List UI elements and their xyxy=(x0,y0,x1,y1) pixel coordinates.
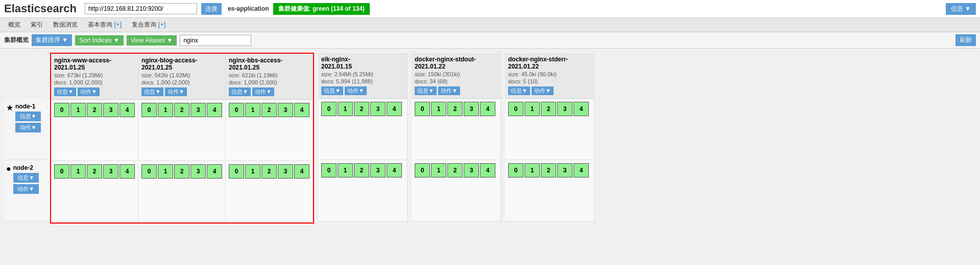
shard-cell[interactable]: 1 xyxy=(158,103,173,117)
shard-cell[interactable]: 0 xyxy=(54,103,69,117)
docker-stderr-action-btn[interactable]: 动作▼ xyxy=(532,86,554,95)
shard-cell[interactable]: 4 xyxy=(573,102,589,116)
shard-cell[interactable]: 3 xyxy=(464,102,479,116)
sort-indices-button[interactable]: Sort Indices ▼ xyxy=(75,35,124,46)
url-input[interactable] xyxy=(85,3,197,14)
shard-cell[interactable]: 0 xyxy=(141,164,157,179)
tab-data-browse[interactable]: 数据浏览 xyxy=(49,19,82,30)
shard-cell[interactable]: 2 xyxy=(87,164,102,179)
top-info-button[interactable]: 信息 ▼ xyxy=(946,3,976,15)
shard-cell[interactable]: 3 xyxy=(278,164,293,179)
shard-cell[interactable]: 0 xyxy=(508,102,523,116)
shard-cell[interactable]: 2 xyxy=(354,163,369,178)
shard-cell[interactable]: 4 xyxy=(480,163,495,178)
shard-cell[interactable]: 3 xyxy=(103,103,118,117)
elk-nginx-action-btn[interactable]: 动作▼ xyxy=(345,86,367,95)
shard-cell[interactable]: 1 xyxy=(70,164,86,179)
docker-stderr-info-btn[interactable]: 信息▼ xyxy=(508,86,530,95)
shard-cell[interactable]: 2 xyxy=(174,103,189,117)
shard-cell[interactable]: 4 xyxy=(119,103,135,117)
nginx-bbs-action-btn[interactable]: 动作▼ xyxy=(252,87,274,96)
node-2-action-button[interactable]: 动作▼ xyxy=(13,184,39,194)
tab-basic-query[interactable]: 基本查询 [+] xyxy=(84,19,126,30)
connect-button[interactable]: 连接 xyxy=(201,3,222,15)
node-1-info: node-1 信息▼ 动作▼ xyxy=(15,103,41,132)
tab-index[interactable]: 索引 xyxy=(27,19,47,30)
index-elk-nginx-btns: 信息▼ 动作▼ xyxy=(321,86,404,95)
shard-cell[interactable]: 2 xyxy=(174,164,189,179)
elk-nginx-node1-shards: 0 1 2 3 4 xyxy=(318,99,407,160)
shard-cell[interactable]: 0 xyxy=(321,163,337,178)
health-badge: 集群健康值: green (134 of 134) xyxy=(273,3,370,15)
node-1-action-button[interactable]: 动作▼ xyxy=(15,123,41,132)
nginx-www-action-btn[interactable]: 动作▼ xyxy=(78,87,100,96)
shard-cell[interactable]: 0 xyxy=(415,163,430,178)
shard-cell[interactable]: 3 xyxy=(190,164,206,179)
view-aliases-button[interactable]: View Aliases ▼ xyxy=(127,35,177,46)
shard-cell[interactable]: 4 xyxy=(207,164,222,179)
shard-cell[interactable]: 1 xyxy=(431,102,446,116)
docker-stdout-action-btn[interactable]: 动作▼ xyxy=(438,86,460,95)
shard-cell[interactable]: 1 xyxy=(338,102,353,116)
shard-cell[interactable]: 0 xyxy=(229,103,244,117)
index-nginx-blog-size: size: 542ki (1.02Mi) xyxy=(141,72,222,78)
shard-cell[interactable]: 1 xyxy=(245,103,260,117)
index-docker-stderr: docker-nginx-stderr-2021.01.22 size: 45.… xyxy=(505,53,594,224)
shard-cell[interactable]: 1 xyxy=(524,102,540,116)
shard-cell[interactable]: 4 xyxy=(294,164,309,179)
docker-stdout-info-btn[interactable]: 信息▼ xyxy=(415,86,437,95)
shard-cell[interactable]: 0 xyxy=(54,164,69,179)
nginx-blog-action-btn[interactable]: 动作▼ xyxy=(165,87,187,96)
shard-cell[interactable]: 0 xyxy=(415,102,430,116)
shard-cell[interactable]: 4 xyxy=(480,102,495,116)
basic-query-plus: [+] xyxy=(114,21,122,28)
refresh-button[interactable]: 刷新 xyxy=(955,34,976,46)
shard-cell[interactable]: 2 xyxy=(541,163,556,178)
nginx-www-info-btn[interactable]: 信息▼ xyxy=(54,87,76,96)
shard-cell[interactable]: 3 xyxy=(557,163,572,178)
shard-cell[interactable]: 0 xyxy=(141,103,157,117)
shard-cell[interactable]: 3 xyxy=(278,103,293,117)
shard-cell[interactable]: 3 xyxy=(464,163,479,178)
shard-cell[interactable]: 4 xyxy=(294,103,309,117)
shard-cell[interactable]: 2 xyxy=(447,102,463,116)
shard-cell[interactable]: 4 xyxy=(387,163,402,178)
search-input[interactable] xyxy=(180,35,251,46)
tab-overview[interactable]: 概览 xyxy=(4,19,25,30)
shard-cell[interactable]: 0 xyxy=(321,102,337,116)
shard-cell[interactable]: 1 xyxy=(524,163,540,178)
nginx-bbs-info-btn[interactable]: 信息▼ xyxy=(229,87,251,96)
shard-cell[interactable]: 3 xyxy=(370,102,386,116)
shard-cell[interactable]: 3 xyxy=(370,163,386,178)
main-content: ★ node-1 信息▼ 动作▼ ● node-2 信息▼ 动作▼ nginx-… xyxy=(0,49,980,228)
shard-cell[interactable]: 2 xyxy=(261,103,277,117)
shard-cell[interactable]: 1 xyxy=(431,163,446,178)
index-nginx-bbs-size: size: 621ki (1.19Mi) xyxy=(229,72,309,78)
shard-cell[interactable]: 0 xyxy=(508,163,523,178)
shard-cell[interactable]: 2 xyxy=(541,102,556,116)
tab-complex-query[interactable]: 复合查询 [+] xyxy=(128,19,170,30)
shard-cell[interactable]: 2 xyxy=(354,102,369,116)
node-row-2: ● node-2 信息▼ 动作▼ xyxy=(4,160,50,222)
shard-cell[interactable]: 1 xyxy=(338,163,353,178)
node-1-info-button[interactable]: 信息▼ xyxy=(15,112,41,121)
shard-cell[interactable]: 0 xyxy=(229,164,244,179)
node-2-info-button[interactable]: 信息▼ xyxy=(13,173,39,183)
shard-cell[interactable]: 2 xyxy=(261,164,277,179)
shard-cell[interactable]: 2 xyxy=(447,163,463,178)
docker-stderr-node1-shards: 0 1 2 3 4 xyxy=(505,99,594,160)
shard-cell[interactable]: 1 xyxy=(70,103,86,117)
shard-cell[interactable]: 4 xyxy=(207,103,222,117)
shard-cell[interactable]: 4 xyxy=(119,164,135,179)
shard-cell[interactable]: 2 xyxy=(87,103,102,117)
shard-cell[interactable]: 4 xyxy=(573,163,589,178)
nginx-blog-info-btn[interactable]: 信息▼ xyxy=(141,87,163,96)
shard-cell[interactable]: 1 xyxy=(158,164,173,179)
shard-cell[interactable]: 3 xyxy=(557,102,572,116)
elk-nginx-info-btn[interactable]: 信息▼ xyxy=(321,86,343,95)
cluster-sort-button[interactable]: 集群排序 ▼ xyxy=(32,34,72,46)
shard-cell[interactable]: 4 xyxy=(387,102,402,116)
shard-cell[interactable]: 3 xyxy=(103,164,118,179)
shard-cell[interactable]: 1 xyxy=(245,164,260,179)
shard-cell[interactable]: 3 xyxy=(190,103,206,117)
